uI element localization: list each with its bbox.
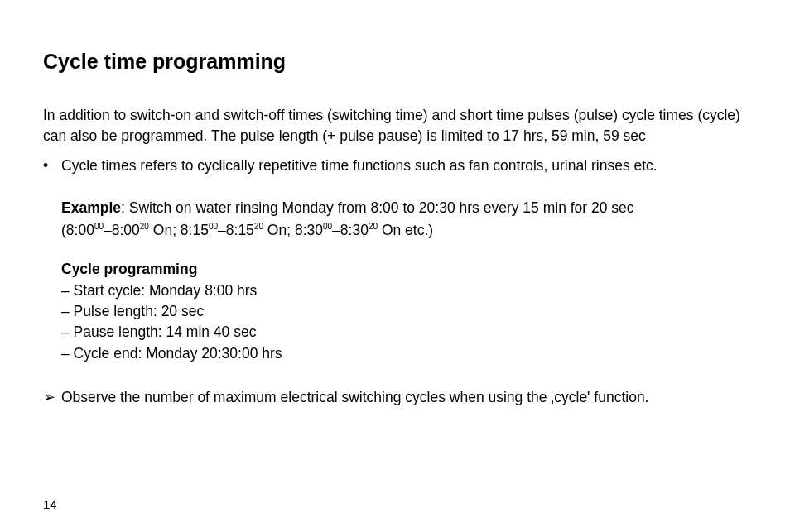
t-sup3: 00	[209, 222, 218, 231]
t-on1: On; 8:15	[149, 222, 209, 238]
arrow-icon: ➢	[43, 387, 61, 408]
cycle-heading: Cycle programming	[61, 259, 747, 280]
bullet-item: • Cycle times refers to cyclically repet…	[43, 156, 747, 176]
t-on3: On etc.)	[378, 222, 433, 238]
cycle-item: – Cycle end: Monday 20:30:00 hrs	[61, 343, 747, 364]
page-number: 14	[43, 497, 57, 511]
example-text: : Switch on water rinsing Monday from 8:…	[121, 199, 634, 216]
example-times: (8:0000–8:0020 On; 8:1500–8:1520 On; 8:3…	[61, 220, 747, 241]
bullet-icon: •	[43, 156, 61, 176]
t-sup6: 20	[369, 222, 378, 231]
t-on2: On; 8:30	[263, 222, 323, 238]
cycle-block: Cycle programming – Start cycle: Monday …	[61, 259, 747, 364]
page-heading: Cycle time programming	[43, 50, 747, 74]
note-row: ➢ Observe the number of maximum electric…	[43, 387, 747, 408]
bullet-text: Cycle times refers to cyclically repetit…	[61, 156, 658, 176]
t-sup4: 20	[254, 222, 263, 231]
intro-paragraph: In addition to switch-on and switch-off …	[43, 105, 747, 146]
t-prefix: (8:00	[61, 222, 94, 238]
t-sup1: 00	[94, 222, 104, 231]
t-d2: –8:15	[218, 222, 254, 238]
cycle-item: – Start cycle: Monday 8:00 hrs	[61, 280, 747, 301]
note-text: Observe the number of maximum electrical…	[61, 387, 648, 408]
t-sup5: 00	[323, 222, 332, 231]
example-block: Example: Switch on water rinsing Monday …	[61, 198, 747, 242]
t-d1: –8:00	[104, 222, 140, 238]
t-d3: –8:30	[332, 222, 369, 238]
cycle-item: – Pause length: 14 min 40 sec	[61, 322, 747, 343]
example-label: Example	[61, 199, 121, 216]
t-sup2: 20	[140, 222, 149, 231]
cycle-item: – Pulse length: 20 sec	[61, 301, 747, 322]
